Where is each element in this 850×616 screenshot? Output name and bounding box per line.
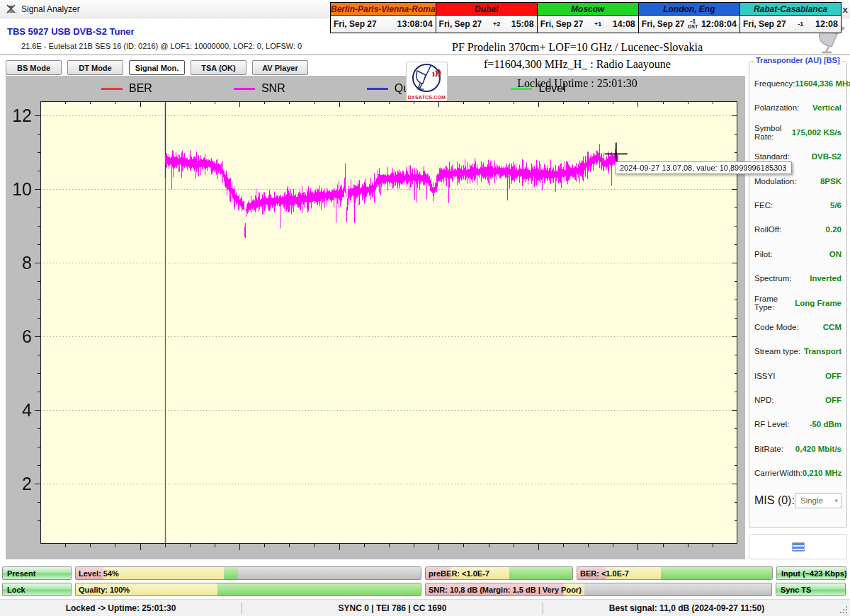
transponder-row-frame-type: Frame Type:Long Frame bbox=[754, 298, 842, 308]
transponder-label: Standard: bbox=[754, 152, 790, 161]
list-icon bbox=[792, 542, 805, 552]
progressbar-preber: preBER: <1.0E-7 bbox=[425, 566, 573, 580]
transponder-value: 8PSK bbox=[820, 177, 842, 186]
legend-line-level bbox=[511, 88, 532, 90]
clock-time-value: 13:08:04 bbox=[397, 19, 433, 29]
progressbar-label: Level: 54% bbox=[79, 569, 119, 578]
window-title: Signal Analyzer bbox=[21, 4, 80, 14]
transponder-label: FEC: bbox=[754, 201, 773, 210]
progressbar-snr: SNR: 10,8 dB (Margin: 1,5 dB | Very Poor… bbox=[425, 583, 772, 596]
clock-time-value: 12:08:04 bbox=[701, 19, 737, 29]
transponder-row-bitrate: BitRate:0,420 Mbit/s bbox=[754, 444, 842, 454]
app-dish-icon bbox=[6, 4, 17, 14]
transponder-value: Long Frame bbox=[795, 299, 842, 307]
transponder-row-rolloff: RollOff:0.20 bbox=[754, 224, 842, 234]
site-header: PF Prodelin 370cm+ LOF=10 GHz / Lucenec-… bbox=[418, 41, 737, 54]
transponder-row-code-mode: Code Mode:CCM bbox=[754, 322, 842, 332]
progressbar-label: BER: <1.0E-7 bbox=[580, 569, 629, 578]
clock-time-value: 14:08 bbox=[613, 19, 635, 29]
tab-av-player[interactable]: AV Player bbox=[252, 60, 308, 75]
transponder-label: Stream type: bbox=[754, 347, 800, 355]
transponder-label: Polarization: bbox=[754, 103, 799, 112]
world-clock-strip: Berlin-Paris-Vienna-RomaFri, Sep 2713:08… bbox=[330, 2, 842, 33]
clock-date: Fri, Sep 27 bbox=[334, 19, 377, 29]
tuner-subtitle: 21.6E - Eutelsat 21B SES 16 (ID: 0216) @… bbox=[21, 42, 302, 50]
mis-dropdown[interactable]: Single ▾ bbox=[795, 493, 842, 508]
monitor-row-1: PresentLevel: 54%preBER: <1.0E-7BER: <1.… bbox=[2, 566, 846, 580]
transponder-label: RollOff: bbox=[754, 225, 781, 234]
bar-segment-yellow bbox=[103, 567, 224, 579]
header-divider bbox=[0, 55, 850, 55]
transponder-row-carrierwidth: CarrierWidth:0,210 MHz bbox=[754, 468, 842, 478]
tab-dt-mode[interactable]: DT Mode bbox=[67, 60, 123, 75]
legend-line-ber bbox=[101, 88, 123, 90]
progressbar-label: Quality: 100% bbox=[79, 586, 130, 594]
clock-date: Fri, Sep 27 bbox=[642, 19, 685, 29]
ts-list-button[interactable] bbox=[749, 534, 847, 559]
transponder-value: 175,002 KS/s bbox=[792, 128, 842, 137]
progressbar-label: preBER: <1.0E-7 bbox=[429, 569, 489, 578]
legend-item-ber: BER bbox=[101, 82, 152, 95]
transponder-label: ISSYI bbox=[754, 372, 775, 380]
transponder-row-issyi: ISSYIOFF bbox=[754, 371, 842, 381]
clock-time-row: Fri, Sep 27-112:08 bbox=[740, 16, 841, 33]
legend-label: BER bbox=[129, 82, 152, 95]
transponder-value: Inverted bbox=[810, 274, 842, 283]
clock-time-value: 15:08 bbox=[511, 19, 534, 29]
cursor-tooltip: 2024-09-27 13.07.08, value: 10,899999618… bbox=[615, 161, 792, 174]
transponder-value: CCM bbox=[823, 323, 842, 331]
indicator-sync-ts: Sync TS bbox=[776, 583, 846, 596]
transponder-value: 0,420 Mbit/s bbox=[795, 445, 842, 453]
tab-tsa-ok[interactable]: TSA (OK) bbox=[191, 60, 246, 75]
frequency-header: f=11604,300 MHz_H_ : Radio Laayoune bbox=[418, 58, 737, 71]
status-best-signal: Best signal: 11,0 dB (2024-09-27 11:50) bbox=[543, 600, 830, 616]
clock-date: Fri, Sep 27 bbox=[743, 19, 786, 29]
bar-segment-green bbox=[509, 567, 572, 579]
clock-dubai: DubaiFri, Sep 27+215:08 bbox=[436, 3, 538, 33]
transponder-value: ON bbox=[829, 250, 842, 258]
close-button[interactable]: x bbox=[840, 4, 850, 15]
clock-time-row: Fri, Sep 2713:08:04 bbox=[331, 16, 436, 33]
legend-line-quality bbox=[367, 88, 388, 90]
legend-label: Level bbox=[538, 82, 565, 95]
clock-time-value: 12:08 bbox=[815, 19, 838, 29]
legend-item-level: Level bbox=[511, 82, 565, 95]
chevron-down-icon: ▾ bbox=[834, 497, 838, 504]
clock-time-row: Fri, Sep 27+114:08 bbox=[538, 16, 638, 33]
indicator-present: Present bbox=[2, 566, 72, 580]
snr-chart-canvas[interactable] bbox=[6, 76, 745, 559]
clock-utc-offset: +1 bbox=[583, 22, 612, 27]
resize-grip[interactable] bbox=[839, 605, 848, 614]
progressbar-level: Level: 54% bbox=[75, 566, 421, 580]
bar-segment-silver bbox=[238, 567, 421, 579]
clock-rabat-casablanca: Rabat-CasablancaFri, Sep 27-112:08 bbox=[740, 3, 841, 33]
clock-berlin-paris-vienna-roma: Berlin-Paris-Vienna-RomaFri, Sep 2713:08… bbox=[331, 3, 436, 33]
transponder-value: -50 dBm bbox=[810, 420, 842, 428]
transponder-label: NPD: bbox=[754, 396, 774, 404]
clock-london-eng: London, EngFri, Sep 27-1DST12:08:04 bbox=[639, 3, 740, 33]
bar-segment-green bbox=[217, 583, 421, 595]
mis-selected-value: Single bbox=[800, 496, 823, 505]
clock-date: Fri, Sep 27 bbox=[540, 19, 584, 29]
bar-segment-silver bbox=[584, 583, 771, 595]
legend-label: SNR bbox=[261, 82, 285, 95]
progressbar-quality: Quality: 100% bbox=[75, 583, 421, 596]
clock-utc-offset: +2 bbox=[482, 22, 511, 27]
tab-bs-mode[interactable]: BS Mode bbox=[6, 60, 62, 75]
transponder-value: 0,210 MHz bbox=[803, 469, 842, 477]
transponder-label: Symbol Rate: bbox=[754, 124, 792, 141]
status-sync-counters: SYNC 0 | TEI 786 | CC 1690 bbox=[242, 600, 543, 616]
transponder-panel: Transponder (AU) [BS] Frequency:11604,33… bbox=[749, 61, 847, 528]
transponder-label: BitRate: bbox=[754, 445, 783, 453]
transponder-label: Pilot: bbox=[754, 250, 773, 258]
clock-city-label: Moscow bbox=[538, 3, 638, 16]
transponder-row-standard: Standard:DVB-S2 bbox=[754, 152, 842, 161]
clock-utc-offset: -1DST bbox=[685, 19, 701, 29]
transponder-label: Frame Type: bbox=[754, 295, 795, 312]
legend-line-snr bbox=[234, 88, 255, 90]
mis-label: MIS (0): bbox=[754, 494, 795, 507]
tab-signal-mon[interactable]: Signal Mon. bbox=[129, 60, 185, 75]
transponder-value: DVB-S2 bbox=[812, 152, 842, 161]
clock-moscow: MoscowFri, Sep 27+114:08 bbox=[538, 3, 639, 33]
clock-utc-offset: -1 bbox=[786, 22, 815, 27]
